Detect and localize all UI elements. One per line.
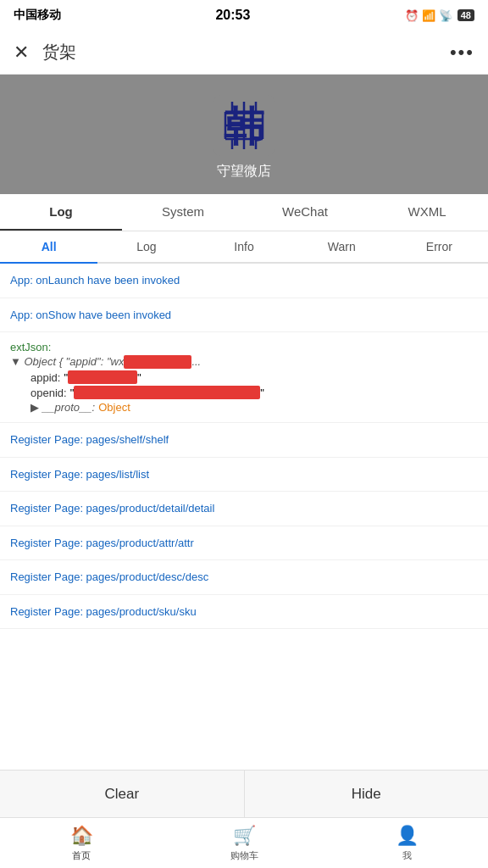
log-entry-4: Register Page: pages/list/list — [0, 458, 488, 492]
close-button[interactable]: ✕ — [14, 42, 29, 64]
nav-home[interactable]: 🏠 首页 — [0, 818, 163, 868]
log-entry-5: Register Page: pages/product/detail/deta… — [0, 492, 488, 526]
app-name-label: 守望微店 — [217, 163, 271, 181]
extjson-proto-row: ▶ __proto__: Object — [30, 401, 478, 414]
proto-key: __proto__: — [42, 401, 95, 414]
subtab-log[interactable]: Log — [97, 231, 195, 262]
carrier-label: 中国移动 — [14, 8, 61, 23]
signal-icon: 📡 — [439, 9, 452, 22]
extjson-block: extJson: ▼ Object { "appid": "wx ... app… — [0, 332, 488, 423]
openid-key: openid: — [30, 387, 67, 399]
extjson-appid-row: appid: " " — [30, 370, 478, 384]
svg-text:韩: 韩 — [224, 104, 264, 149]
profile-icon: 👤 — [396, 825, 419, 847]
subtab-all[interactable]: All — [0, 231, 97, 264]
hide-button[interactable]: Hide — [245, 771, 489, 817]
log-entry-8: Register Page: pages/product/sku/sku — [0, 595, 488, 630]
time-label: 20:53 — [215, 8, 250, 23]
status-bar: 中国移动 20:53 ⏰ 📶 📡 48 — [0, 0, 488, 31]
subtab-warn[interactable]: Warn — [293, 231, 391, 262]
log-entry-6: Register Page: pages/product/attr/attr — [0, 526, 488, 561]
clear-button[interactable]: Clear — [0, 771, 245, 817]
status-icons: ⏰ 📶 📡 48 — [405, 9, 474, 22]
app-logo: 韩 — [214, 95, 274, 156]
nav-profile[interactable]: 👤 我 — [325, 818, 488, 868]
extjson-obj-line: ▼ Object { "appid": "wx ... — [10, 355, 478, 369]
log-entry-2: App: onShow have been invoked — [0, 298, 488, 333]
tab-wechat[interactable]: WeChat — [244, 194, 366, 231]
cart-label: 购物车 — [230, 849, 258, 862]
log-entry-3: Register Page: pages/shelf/shelf — [0, 423, 488, 458]
title-bar: ✕ 货架 ••• — [0, 31, 488, 75]
alarm-icon: ⏰ — [405, 9, 419, 22]
subtab-error[interactable]: Error — [391, 231, 488, 262]
tab-system[interactable]: System — [122, 194, 244, 231]
appid-redacted — [124, 355, 191, 369]
subtab-info[interactable]: Info — [195, 231, 292, 262]
cart-icon: 🛒 — [233, 825, 256, 847]
app-header: 韩 守望微店 — [0, 75, 488, 194]
tab-log[interactable]: Log — [0, 194, 122, 231]
page-title: 货架 — [42, 41, 76, 64]
log-entry-1: App: onLaunch have been invoked — [0, 264, 488, 298]
tab-wxml[interactable]: WXML — [366, 194, 488, 231]
log-area: App: onLaunch have been invoked App: onS… — [0, 264, 488, 629]
profile-label: 我 — [402, 849, 412, 862]
wifi-icon: 📶 — [422, 9, 435, 22]
proto-value: Object — [98, 401, 130, 414]
more-button[interactable]: ••• — [450, 42, 474, 64]
action-bar: Clear Hide — [0, 770, 488, 817]
extjson-openid-row: openid: " " — [30, 386, 478, 399]
main-tabs: Log System WeChat WXML — [0, 194, 488, 231]
home-label: 首页 — [72, 849, 91, 862]
bottom-nav: 🏠 首页 🛒 购物车 👤 我 — [0, 817, 488, 868]
openid-quote-close: " — [260, 387, 264, 399]
battery-icon: 48 — [458, 9, 474, 21]
appid-key: appid: — [30, 371, 60, 384]
appid-value-redacted — [68, 370, 137, 384]
sub-tabs: All Log Info Warn Error — [0, 231, 488, 264]
nav-cart[interactable]: 🛒 购物车 — [163, 818, 325, 868]
proto-arrow: ▶ — [30, 401, 39, 414]
extjson-label: extJson: — [10, 341, 478, 353]
appid-quote-close: " — [137, 371, 141, 384]
log-entry-7: Register Page: pages/product/desc/desc — [0, 560, 488, 595]
home-icon: 🏠 — [70, 825, 93, 847]
openid-value-redacted — [74, 386, 260, 399]
